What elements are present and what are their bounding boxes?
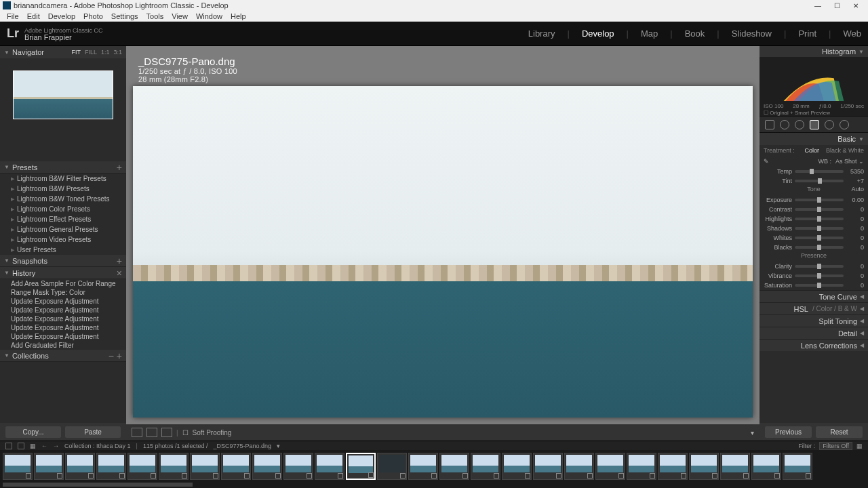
- before-after-split-icon[interactable]: [161, 428, 172, 437]
- clarity-slider[interactable]: Clarity0: [760, 262, 868, 271]
- spot-removal-icon[interactable]: [780, 120, 789, 129]
- module-print[interactable]: Print: [798, 28, 816, 39]
- add-icon[interactable]: +: [117, 258, 122, 264]
- highlights-slider[interactable]: Highlights0: [760, 214, 868, 224]
- histogram-panel[interactable]: ISO 100 28 mm ƒ/8.0 1/250 sec ☐ Original…: [760, 57, 868, 117]
- menu-file[interactable]: File: [3, 12, 23, 20]
- filmstrip-thumb[interactable]: [502, 453, 532, 480]
- preset-folder[interactable]: User Presets: [0, 245, 126, 255]
- lens-corrections-panel-header[interactable]: Lens Corrections◀: [760, 339, 868, 351]
- module-map[interactable]: Map: [641, 28, 658, 39]
- filmstrip-thumb[interactable]: [783, 453, 812, 480]
- reset-button[interactable]: Reset: [816, 426, 863, 438]
- filename-dropdown-icon[interactable]: ▾: [277, 443, 280, 449]
- filmstrip-thumb[interactable]: [315, 453, 344, 480]
- split-toning-panel-header[interactable]: Split Toning◀: [760, 314, 868, 327]
- filmstrip-thumb[interactable]: [127, 453, 157, 480]
- preset-folder[interactable]: Lightroom B&W Toned Presets: [0, 194, 126, 204]
- filmstrip-thumb[interactable]: [221, 453, 251, 480]
- previous-button[interactable]: Previous: [765, 426, 812, 438]
- vibrance-slider[interactable]: Vibrance0: [760, 271, 868, 281]
- toolbar-dropdown-icon[interactable]: ▾: [751, 429, 754, 436]
- add-icon[interactable]: +: [117, 164, 122, 171]
- filmstrip-thumb[interactable]: [658, 453, 688, 480]
- filmstrip-thumb[interactable]: [439, 453, 469, 480]
- filmstrip-thumb[interactable]: [190, 453, 220, 480]
- snapshots-header[interactable]: ▼ Snapshots +: [0, 255, 126, 267]
- navigator-preview[interactable]: [0, 58, 126, 161]
- filmstrip-scrollbar[interactable]: [0, 483, 868, 488]
- menu-develop[interactable]: Develop: [44, 12, 79, 20]
- loupe-view-icon[interactable]: [132, 428, 142, 437]
- filmstrip-thumb[interactable]: [65, 453, 95, 480]
- module-library[interactable]: Library: [528, 28, 555, 39]
- menu-edit[interactable]: Edit: [23, 12, 44, 20]
- basic-panel-header[interactable]: Basic ▼: [760, 133, 868, 145]
- menu-photo[interactable]: Photo: [79, 12, 107, 20]
- collection-path[interactable]: Collection : Ithaca Day 1: [64, 443, 131, 449]
- copy-button[interactable]: Copy...: [5, 426, 61, 438]
- treatment-color[interactable]: Color: [804, 147, 819, 154]
- detail-panel-header[interactable]: Detail◀: [760, 327, 868, 339]
- exposure-slider[interactable]: Exposure0.00: [760, 195, 868, 205]
- module-slideshow[interactable]: Slideshow: [732, 28, 772, 39]
- menu-tools[interactable]: Tools: [142, 12, 168, 20]
- redeye-tool-icon[interactable]: [795, 120, 804, 129]
- filmstrip-thumb[interactable]: [471, 453, 500, 480]
- saturation-slider[interactable]: Saturation0: [760, 281, 868, 290]
- main-window-icon[interactable]: [5, 443, 12, 449]
- tint-slider[interactable]: Tint+7: [760, 176, 868, 186]
- shadows-slider[interactable]: Shadows0: [760, 224, 868, 233]
- navigator-header[interactable]: ▼ Navigator FITFILL1:13:1: [0, 46, 126, 58]
- menu-settings[interactable]: Settings: [107, 12, 142, 20]
- filmstrip[interactable]: [0, 450, 868, 483]
- history-step[interactable]: Add Graduated Filter: [0, 341, 126, 350]
- filmstrip-thumb[interactable]: [159, 453, 189, 480]
- graduated-filter-icon[interactable]: [810, 120, 819, 129]
- auto-tone-button[interactable]: Auto: [851, 186, 864, 192]
- second-window-icon[interactable]: [18, 443, 24, 449]
- menu-window[interactable]: Window: [192, 12, 226, 20]
- remove-icon[interactable]: −: [108, 352, 114, 359]
- filmstrip-thumb[interactable]: [34, 453, 64, 480]
- filmstrip-thumb[interactable]: [377, 453, 407, 480]
- module-develop[interactable]: Develop: [582, 28, 614, 39]
- close-button[interactable]: ✕: [846, 0, 865, 11]
- temp-slider[interactable]: Temp5350: [760, 167, 868, 176]
- crop-tool-icon[interactable]: [765, 120, 774, 129]
- nav-back-icon[interactable]: ←: [41, 443, 47, 449]
- module-book[interactable]: Book: [685, 28, 705, 39]
- zoom-fill[interactable]: FILL: [85, 49, 97, 56]
- wb-eyedropper-icon[interactable]: ✎: [764, 158, 769, 165]
- nav-forward-icon[interactable]: →: [53, 443, 59, 449]
- filmstrip-thumb[interactable]: [720, 453, 750, 480]
- filter-lock-icon[interactable]: ▦: [856, 443, 863, 449]
- minimize-button[interactable]: —: [808, 0, 827, 11]
- module-web[interactable]: Web: [844, 28, 862, 39]
- filmstrip-thumb[interactable]: [751, 453, 781, 480]
- grid-view-icon[interactable]: ▦: [30, 443, 36, 449]
- tone-curve-panel-header[interactable]: Tone Curve◀: [760, 290, 868, 302]
- filmstrip-thumb[interactable]: [564, 453, 594, 480]
- filmstrip-thumb[interactable]: [627, 453, 656, 480]
- contrast-slider[interactable]: Contrast0: [760, 205, 868, 214]
- menu-help[interactable]: Help: [226, 12, 250, 20]
- wb-dropdown[interactable]: As Shot ⌄: [835, 158, 864, 165]
- maximize-button[interactable]: ☐: [827, 0, 846, 11]
- filmstrip-thumb[interactable]: [346, 453, 376, 480]
- history-step[interactable]: Add Area Sample For Color Range: [0, 279, 126, 288]
- whites-slider[interactable]: Whites0: [760, 233, 868, 243]
- loupe-image[interactable]: [133, 86, 753, 418]
- preset-folder[interactable]: Lightroom General Presets: [0, 224, 126, 235]
- filmstrip-thumb[interactable]: [689, 453, 719, 480]
- preset-folder[interactable]: Lightroom Video Presets: [0, 235, 126, 245]
- hsl-panel-header[interactable]: HSL/ Color / B & W◀: [760, 302, 868, 314]
- filter-dropdown[interactable]: Filters Off: [819, 442, 852, 450]
- soft-proofing-checkbox[interactable]: ☐: [182, 429, 189, 436]
- history-step[interactable]: Update Exposure Adjustment: [0, 332, 126, 341]
- history-step[interactable]: Update Exposure Adjustment: [0, 297, 126, 306]
- filmstrip-thumb[interactable]: [408, 453, 438, 480]
- collections-header[interactable]: ▼ Collections − +: [0, 350, 126, 362]
- treatment-bw[interactable]: Black & White: [826, 147, 864, 154]
- preset-folder[interactable]: Lightroom B&W Filter Presets: [0, 174, 126, 184]
